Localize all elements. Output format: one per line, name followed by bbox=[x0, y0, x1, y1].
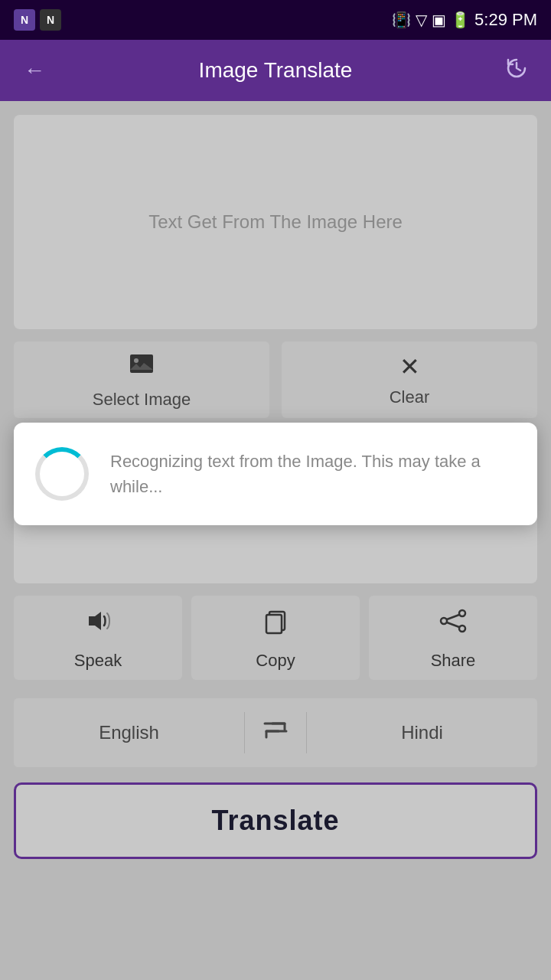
wifi-icon: ▽ bbox=[416, 11, 427, 29]
share-icon bbox=[438, 606, 468, 643]
close-icon: ✕ bbox=[399, 352, 420, 381]
copy-button[interactable]: Copy bbox=[191, 596, 360, 680]
status-time: 5:29 PM bbox=[474, 10, 537, 30]
share-button[interactable]: Share bbox=[369, 596, 537, 680]
notification-icon-1: N bbox=[14, 9, 35, 31]
language-row: English Hindi bbox=[14, 698, 537, 767]
main-content: Text Get From The Image Here Select Imag… bbox=[0, 101, 551, 980]
svg-line-8 bbox=[447, 615, 459, 619]
svg-line-9 bbox=[447, 622, 459, 627]
target-language-button[interactable]: Hindi bbox=[307, 698, 537, 767]
vibrate-icon: 📳 bbox=[392, 11, 411, 29]
copy-icon bbox=[260, 606, 291, 643]
action-button-row: Speak Copy Share bbox=[14, 596, 537, 680]
svg-rect-0 bbox=[130, 354, 153, 373]
svg-point-7 bbox=[441, 618, 447, 624]
signal-blocked-icon: ▣ bbox=[432, 11, 446, 29]
select-image-label: Select Image bbox=[93, 390, 191, 410]
loading-spinner bbox=[35, 447, 89, 501]
source-language-button[interactable]: English bbox=[14, 698, 244, 767]
back-icon: ← bbox=[24, 58, 45, 83]
share-label: Share bbox=[431, 651, 476, 671]
top-button-row: Select Image ✕ Clear bbox=[14, 341, 537, 418]
loading-dialog: Recognizing text from the Image. This ma… bbox=[14, 423, 537, 525]
clear-label: Clear bbox=[390, 387, 430, 407]
swap-language-button[interactable] bbox=[245, 698, 306, 767]
notification-icon-2: N bbox=[40, 9, 61, 31]
history-button[interactable] bbox=[497, 51, 536, 90]
speak-button[interactable]: Speak bbox=[14, 596, 182, 680]
swap-icon bbox=[257, 719, 294, 747]
image-icon bbox=[128, 350, 155, 384]
back-button[interactable]: ← bbox=[15, 51, 54, 90]
battery-icon: 🔋 bbox=[451, 11, 470, 29]
app-bar-title: Image Translate bbox=[54, 58, 497, 83]
speaker-icon bbox=[83, 606, 113, 643]
svg-point-6 bbox=[459, 626, 465, 632]
svg-marker-2 bbox=[89, 612, 101, 630]
ocr-text-placeholder: Text Get From The Image Here bbox=[133, 196, 418, 248]
svg-point-5 bbox=[459, 610, 465, 616]
svg-point-1 bbox=[134, 358, 139, 363]
ocr-text-area: Text Get From The Image Here bbox=[14, 115, 537, 329]
translate-button[interactable]: Translate bbox=[14, 782, 537, 859]
target-language-label: Hindi bbox=[401, 722, 443, 743]
history-icon bbox=[504, 55, 530, 87]
speak-label: Speak bbox=[74, 651, 122, 671]
select-image-button[interactable]: Select Image bbox=[14, 341, 269, 418]
status-bar: N N 📳 ▽ ▣ 🔋 5:29 PM bbox=[0, 0, 551, 40]
clear-button[interactable]: ✕ Clear bbox=[282, 341, 537, 418]
svg-rect-4 bbox=[266, 615, 282, 633]
app-bar: ← Image Translate bbox=[0, 40, 551, 101]
loading-message: Recognizing text from the Image. This ma… bbox=[110, 449, 516, 499]
copy-label: Copy bbox=[256, 651, 295, 671]
source-language-label: English bbox=[99, 722, 159, 743]
